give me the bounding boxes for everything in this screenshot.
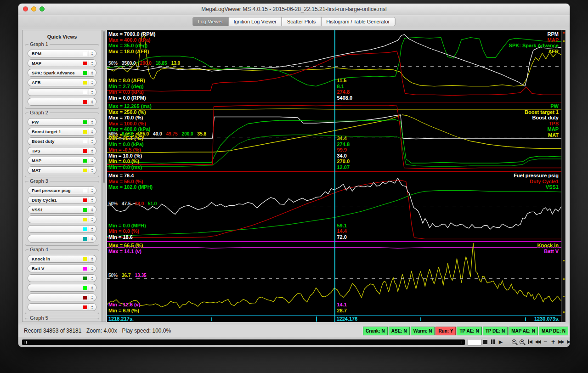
app-window: MegaLogViewer MS 4.0.15 - 2015-06-28_22.… xyxy=(18,4,570,347)
tab-histogram-table-generator[interactable]: Histogram / Table Generator xyxy=(321,17,395,26)
series-legen: Fuel pressure psig xyxy=(514,173,559,179)
series-select[interactable]: ▲▼ xyxy=(28,284,96,292)
zoom-out-button[interactable]: − xyxy=(510,338,518,345)
tab-ignition-log-viewer[interactable]: Ignition Log Viewer xyxy=(228,17,282,26)
series-select[interactable]: Boost duty▲▼ xyxy=(28,137,96,145)
series-select[interactable]: ▲▼ xyxy=(28,303,96,311)
series-select[interactable]: Batt V▲▼ xyxy=(28,265,96,272)
max-label: Max = 76.4 xyxy=(108,173,153,179)
cursor-value: 8.1 xyxy=(337,84,352,90)
series-select[interactable]: MAP▲▼ xyxy=(28,59,96,67)
mid-label: 28.0 xyxy=(135,201,143,206)
max-label: Max = 250.0 (%) xyxy=(108,109,152,115)
sidebar-scrollbar-thumb[interactable] xyxy=(103,31,105,183)
max-label: Max = 100.0 (%) xyxy=(108,121,152,127)
sidebar-group-1: Graph 1RPM▲▼MAP▲▼SPK: Spark Advance▲▼AFR… xyxy=(25,44,99,109)
series-select-label: MAP xyxy=(32,61,83,66)
series-select[interactable]: ▲▼ xyxy=(28,274,96,282)
series-select[interactable]: ▲▼ xyxy=(28,294,96,301)
stepper-arrows-icon[interactable]: ▲▼ xyxy=(89,197,95,203)
frame-input[interactable] xyxy=(468,339,481,345)
series-legen: TPS xyxy=(525,121,559,127)
stepper-arrows-icon[interactable]: ▲▼ xyxy=(89,119,95,125)
series-select[interactable]: MAT▲▼ xyxy=(28,166,96,174)
stepper-arrows-icon[interactable]: ▲▼ xyxy=(89,158,95,164)
timeline-tick xyxy=(525,317,526,321)
stepper-arrows-icon[interactable]: ▲▼ xyxy=(89,148,95,154)
series-legend: Knock inBatt V xyxy=(537,243,559,254)
zoom-increase-button[interactable]: + xyxy=(549,338,557,345)
stepper-arrows-icon[interactable]: ▲▼ xyxy=(89,99,95,105)
graph-area[interactable]: Max = 7000.0 (RPM)Max = 400.0 (kPa)Max =… xyxy=(107,30,561,322)
series-select[interactable]: ▲▼ xyxy=(28,88,96,96)
stepper-arrows-icon[interactable]: ▲▼ xyxy=(89,129,95,135)
series-select[interactable]: Fuel pressure psig▲▼ xyxy=(28,186,96,194)
stepper-arrows-icon[interactable]: ▲▼ xyxy=(89,138,95,144)
stepper-arrows-icon[interactable]: ▲▼ xyxy=(89,304,95,310)
timeline-end-label: 1230.073s. xyxy=(534,316,560,322)
stepper-arrows-icon[interactable]: ▲▼ xyxy=(89,275,95,281)
mid-label: 49.75 xyxy=(166,131,178,136)
min-label: Min = 6.9 (%) xyxy=(108,308,140,314)
stepper-arrows-icon[interactable]: ▲▼ xyxy=(89,167,95,173)
zoom-in-icon: + xyxy=(520,339,524,344)
stepper-arrows-icon[interactable]: ▲▼ xyxy=(89,187,95,193)
stepper-arrows-icon[interactable]: ▲▼ xyxy=(89,266,95,271)
rewind-button[interactable]: ◀◀ xyxy=(534,338,541,345)
series-select[interactable]: ▲▼ xyxy=(28,215,96,223)
sidebar-group-title: Graph 1 xyxy=(28,41,50,47)
cursor-value: 12.07 xyxy=(337,164,350,170)
series-select[interactable]: MAP▲▼ xyxy=(28,157,96,164)
tab-log-viewer[interactable]: Log Viewer xyxy=(192,17,229,26)
stepper-arrows-icon[interactable]: ▲▼ xyxy=(89,207,95,213)
zoom-in-button[interactable]: + xyxy=(518,338,526,345)
status-badge-tp-de: TP DE: N xyxy=(483,327,508,335)
stepper-arrows-icon[interactable]: ▲▼ xyxy=(89,236,95,242)
series-select[interactable]: RPM▲▼ xyxy=(28,50,96,57)
stepper-arrows-icon[interactable]: ▲▼ xyxy=(89,60,95,66)
tab-scatter-plots[interactable]: Scatter Plots xyxy=(282,17,321,26)
cursor-values: 11.58.1274.85408.0 xyxy=(337,78,352,101)
series-select[interactable]: Duty Cycle1▲▼ xyxy=(28,196,96,204)
max-label: Max = 56.0 (%) xyxy=(108,179,153,185)
series-select[interactable]: AFR▲▼ xyxy=(28,79,96,86)
fast-forward-button[interactable]: ▶▶ xyxy=(557,338,565,345)
series-select[interactable]: SPK: Spark Advance▲▼ xyxy=(28,69,96,77)
first-record-button[interactable]: ◀ xyxy=(526,338,533,345)
pause-button[interactable] xyxy=(489,338,497,345)
stop-button[interactable] xyxy=(481,338,489,345)
series-select[interactable]: PW▲▼ xyxy=(28,118,96,126)
series-select[interactable]: VSS1▲▼ xyxy=(28,206,96,214)
stepper-arrows-icon[interactable]: ▲▼ xyxy=(89,285,95,291)
sidebar-title: Quick Views xyxy=(23,34,102,40)
series-color-swatch xyxy=(83,90,87,94)
scrollbar-mark xyxy=(563,296,565,297)
playback-cursor-line[interactable] xyxy=(334,30,335,322)
play-button[interactable]: ▶ xyxy=(497,338,504,345)
stepper-arrows-icon[interactable]: ▲▼ xyxy=(89,294,95,300)
stepper-arrows-icon[interactable]: ▲▼ xyxy=(89,226,95,232)
series-select[interactable]: ▲▼ xyxy=(28,98,96,106)
titlebar: MegaLogViewer MS 4.0.15 - 2015-06-28_22.… xyxy=(18,4,570,15)
stepper-arrows-icon[interactable]: ▲▼ xyxy=(89,70,95,76)
series-select[interactable]: ▲▼ xyxy=(28,225,96,233)
series-select-label: Boost target 1 xyxy=(32,129,83,134)
sidebar-scrollbar[interactable] xyxy=(102,30,106,322)
max-label: Max = 102.0 (MPH) xyxy=(108,184,153,190)
series-select[interactable]: ▲▼ xyxy=(28,235,96,243)
series-select[interactable]: TPS▲▼ xyxy=(28,147,96,155)
stepper-arrows-icon[interactable]: ▲▼ xyxy=(89,79,95,85)
window-title: MegaLogViewer MS 4.0.15 - 2015-06-28_22.… xyxy=(18,6,570,12)
zoom-decrease-button[interactable]: − xyxy=(542,338,549,345)
series-select[interactable]: Boost target 1▲▼ xyxy=(28,128,96,136)
status-badge-map-de: MAP DE: N xyxy=(539,327,568,335)
playback-scrubber[interactable] xyxy=(22,339,465,345)
graph-scrollbar[interactable] xyxy=(561,30,565,322)
series-select[interactable]: Knock in▲▼ xyxy=(28,255,96,263)
last-record-button[interactable]: ▶ xyxy=(565,338,570,345)
stepper-arrows-icon[interactable]: ▲▼ xyxy=(89,256,95,262)
stepper-arrows-icon[interactable]: ▲▼ xyxy=(89,216,95,222)
stepper-arrows-icon[interactable]: ▲▼ xyxy=(89,51,95,57)
min-labels: Min = 8.0 (AFR)Min = 2.7 (deg)Min = 0.0 … xyxy=(108,78,146,101)
stepper-arrows-icon[interactable]: ▲▼ xyxy=(89,89,95,95)
